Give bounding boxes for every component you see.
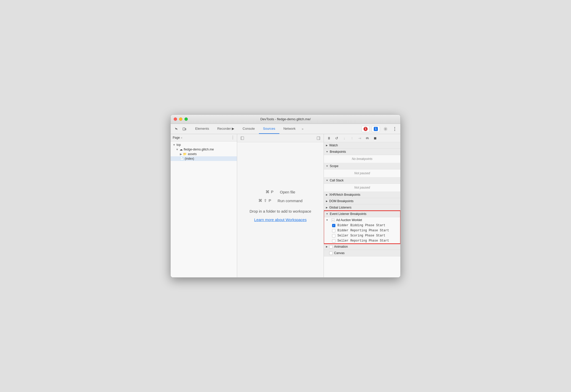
global-label: Global Listeners xyxy=(329,206,352,209)
global-listeners-header[interactable]: ▶ Global Listeners xyxy=(324,204,400,211)
pause-on-exception-icon[interactable]: ⏹ xyxy=(372,135,378,141)
xhr-label: XHR/fetch Breakpoints xyxy=(329,193,360,197)
svg-line-11 xyxy=(368,137,369,139)
svg-point-5 xyxy=(394,130,395,131)
step-into-icon[interactable]: ↓ xyxy=(341,135,347,141)
right-sections: ▶ Watch ▼ Breakpoints No breakpoints ▼ S… xyxy=(324,142,400,277)
event-listener-chevron-icon: ▼ xyxy=(326,213,328,215)
settings-icon[interactable] xyxy=(382,125,389,133)
tree-item-assets[interactable]: ▶ 📁 assets xyxy=(171,152,237,156)
event-listener-breakpoints-section: ▼ Event Listener Breakpoints ▼ – Ad Auct… xyxy=(324,211,400,244)
tree-item-index[interactable]: 📄 (index) xyxy=(171,156,237,161)
minimize-button[interactable] xyxy=(179,117,182,121)
toolbar-tabs: Elements Recorder ▶ Console Sources Netw… xyxy=(191,124,361,134)
canvas-label: Canvas xyxy=(334,251,345,255)
animation-checkbox[interactable] xyxy=(329,245,333,248)
bidder-bidding-label: Bidder Bidding Phase Start xyxy=(337,224,385,227)
ad-auction-worklet-header[interactable]: ▼ – Ad Auction Worklet xyxy=(324,217,400,223)
open-file-label: Open file xyxy=(280,190,295,194)
tree-item-label: assets xyxy=(188,152,197,156)
tree-item-fledge-demo[interactable]: ▼ ☁ fledge-demo.glitch.me xyxy=(171,147,237,152)
tree-item-top[interactable]: ▼ top xyxy=(171,143,237,147)
more-options-icon[interactable] xyxy=(391,125,398,133)
call-stack-label: Call Stack xyxy=(330,179,344,182)
event-listener-label: Event Listener Breakpoints xyxy=(330,212,366,216)
xhr-breakpoints-header[interactable]: ▶ XHR/fetch Breakpoints xyxy=(324,192,400,198)
svg-rect-8 xyxy=(317,137,320,140)
watch-chevron-icon: ▶ xyxy=(326,144,328,147)
step-out-icon[interactable]: ↑ xyxy=(349,135,355,141)
toolbar-icons xyxy=(173,125,188,133)
open-sidebar-right-icon[interactable] xyxy=(315,135,322,141)
seller-scoring-label: Seller Scoring Phase Start xyxy=(337,234,385,237)
bidder-reporting-label: Bidder Reporting Phase Start xyxy=(337,229,389,232)
window-title: DevTools - fledge-demo.glitch.me/ xyxy=(260,117,311,121)
seller-reporting-checkbox[interactable] xyxy=(332,239,335,243)
main-content: Page » ⋮ ▼ top ▼ ☁ fledge-demo.glitch.me xyxy=(171,134,400,277)
folder-icon: 📁 xyxy=(183,152,187,156)
seller-scoring-checkbox[interactable] xyxy=(332,234,335,237)
dom-label: DOM Breakpoints xyxy=(329,199,354,203)
right-panel: ⏸ ↺ ↓ ↑ ⇥ ⏹ ▶ Watch xyxy=(324,134,400,277)
panel-options-button[interactable]: ⋮ xyxy=(231,136,235,140)
tree-item-label: top xyxy=(177,143,181,147)
step-icon[interactable]: ⇥ xyxy=(357,135,363,141)
animation-section-header[interactable]: ▶ Animation xyxy=(324,244,400,250)
tab-elements[interactable]: Elements xyxy=(191,124,213,134)
arrow-down-icon: ▼ xyxy=(173,143,175,146)
svg-point-4 xyxy=(394,128,395,129)
call-stack-section-header[interactable]: ▼ Call Stack xyxy=(324,177,400,184)
tree-item-label: (index) xyxy=(185,157,194,160)
ad-auction-minus-checkbox[interactable]: – xyxy=(331,219,335,222)
scope-body: Not paused xyxy=(324,169,400,177)
traffic-lights xyxy=(174,117,188,121)
main-toolbar: Elements Recorder ▶ Console Sources Netw… xyxy=(171,124,400,134)
info-badge-button[interactable]: 1 xyxy=(372,126,380,132)
error-badge-button[interactable]: 1 xyxy=(361,126,370,132)
breakpoints-label: Breakpoints xyxy=(330,150,346,154)
watch-section-header[interactable]: ▶ Watch xyxy=(324,142,400,149)
event-listener-breakpoints-header[interactable]: ▼ Event Listener Breakpoints xyxy=(324,211,400,217)
title-bar: DevTools - fledge-demo.glitch.me/ xyxy=(171,115,400,124)
device-toggle-icon[interactable] xyxy=(181,125,188,133)
run-command-keys: ⌘ ⇧ P xyxy=(258,198,271,203)
pause-icon[interactable]: ⏸ xyxy=(326,135,332,141)
scope-section-header[interactable]: ▼ Scope xyxy=(324,163,400,169)
bidder-reporting-checkbox[interactable] xyxy=(332,229,335,232)
file-icon: 📄 xyxy=(180,157,184,160)
bidder-bidding-item: Bidder Bidding Phase Start xyxy=(324,223,400,228)
maximize-button[interactable] xyxy=(184,117,188,121)
step-over-icon[interactable]: ↺ xyxy=(334,135,340,141)
canvas-section-header[interactable]: ▶ Canvas xyxy=(324,250,400,256)
call-stack-chevron-icon: ▼ xyxy=(326,179,328,182)
close-sidebar-icon[interactable] xyxy=(239,135,245,141)
tree-item-label: fledge-demo.glitch.me xyxy=(184,148,214,151)
file-tree: ▼ top ▼ ☁ fledge-demo.glitch.me ▶ 📁 asse… xyxy=(171,141,237,277)
more-tabs-button[interactable]: » xyxy=(300,127,305,131)
tab-recorder[interactable]: Recorder ▶ xyxy=(213,124,238,134)
toolbar-right: 1 1 xyxy=(361,125,398,133)
breakpoints-section-header[interactable]: ▼ Breakpoints xyxy=(324,149,400,155)
seller-reporting-label: Seller Reporting Phase Start xyxy=(337,239,389,243)
cursor-icon[interactable] xyxy=(173,125,180,133)
deactivate-breakpoints-icon[interactable] xyxy=(364,135,370,141)
seller-reporting-item: Seller Reporting Phase Start xyxy=(324,238,400,243)
middle-content: ⌘ P Open file ⌘ ⇧ P Run command Drop in … xyxy=(250,190,311,222)
open-file-keys: ⌘ P xyxy=(266,190,274,194)
bidder-bidding-checkbox[interactable] xyxy=(332,224,335,227)
debug-toolbar: ⏸ ↺ ↓ ↑ ⇥ ⏹ xyxy=(324,134,400,142)
tab-network[interactable]: Network xyxy=(279,124,300,134)
drop-folder-text: Drop in a folder to add to workspace xyxy=(250,209,311,213)
workspace-link[interactable]: Learn more about Workspaces xyxy=(254,217,307,222)
left-panel: Page » ⋮ ▼ top ▼ ☁ fledge-demo.glitch.me xyxy=(171,134,237,277)
middle-toolbar xyxy=(237,134,324,142)
left-panel-header: Page » ⋮ xyxy=(171,134,237,141)
seller-scoring-item: Seller Scoring Phase Start xyxy=(324,233,400,238)
svg-rect-0 xyxy=(183,128,185,130)
close-button[interactable] xyxy=(174,117,177,121)
tab-sources[interactable]: Sources xyxy=(259,124,279,134)
tab-console[interactable]: Console xyxy=(238,124,259,134)
devtools-window: DevTools - fledge-demo.glitch.me/ Elemen… xyxy=(170,114,401,278)
dom-breakpoints-header[interactable]: ▶ DOM Breakpoints xyxy=(324,198,400,204)
canvas-checkbox[interactable] xyxy=(329,252,333,255)
